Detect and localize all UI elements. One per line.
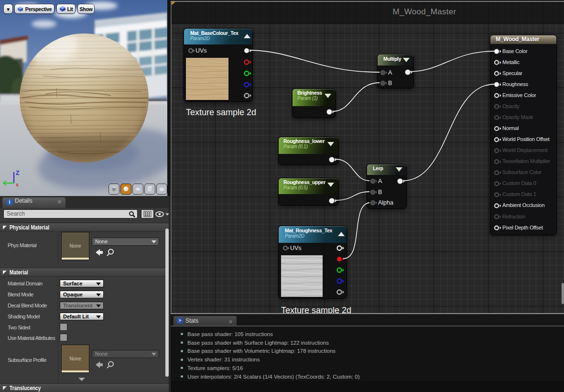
svg-text:x: x: [16, 182, 19, 187]
svg-text:Z: Z: [16, 170, 19, 176]
